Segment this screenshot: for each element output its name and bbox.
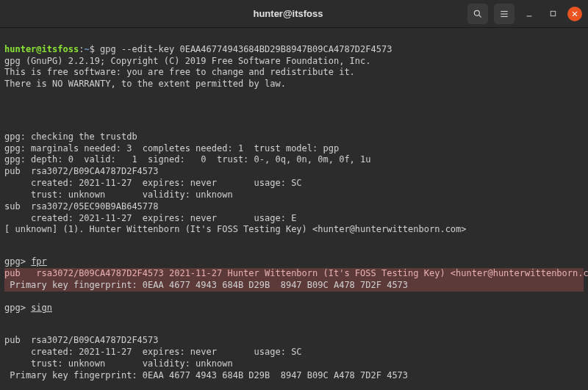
output-line: gpg (GnuPG) 2.2.19; Copyright (C) 2019 F… [4, 56, 371, 66]
menu-button[interactable] [494, 4, 514, 24]
highlighted-pub-line: pub rsa3072/B09CA4787D2F4573 2021-11-27 … [4, 268, 584, 280]
output-line: gpg: marginals needed: 3 completes neede… [4, 143, 339, 154]
output-line: gpg: checking the trustdb [4, 131, 137, 142]
output-line: gpg: depth: 0 valid: 1 signed: 0 trust: … [4, 154, 371, 165]
terminal-content[interactable]: hunter@itsfoss:~$ gpg --edit-key 0EAA467… [0, 28, 588, 390]
output-line: sub rsa3072/05EC90B9AB645778 [4, 201, 159, 212]
output-line: created: 2021-11-27 expires: never usage… [4, 347, 312, 357]
maximize-button[interactable] [544, 5, 562, 23]
highlighted-fingerprint-line: Primary key fingerprint: 0EAA 4677 4943 … [4, 280, 584, 292]
output-line: Primary key fingerprint: 0EAA 4677 4943 … [4, 370, 408, 380]
output-line: created: 2021-11-27 expires: never usage… [4, 178, 312, 188]
gpg-prompt-sign: gpg> sign [4, 303, 52, 313]
svg-rect-6 [551, 11, 555, 15]
output-line: [ unknown] (1). Hunter Wittenborn (It's … [4, 224, 467, 234]
gpg-prompt-label: gpg> [4, 256, 31, 267]
output-line: This is free software: you are free to c… [4, 67, 355, 77]
window-title: hunter@itsfoss [6, 8, 467, 19]
titlebar: hunter@itsfoss [0, 0, 588, 28]
svg-point-0 [474, 10, 479, 15]
gpg-prompt-fpr: gpg> fpr [4, 256, 47, 267]
command-edit-key: gpg --edit-key 0EAA46774943684BD29B8947B… [100, 44, 392, 54]
prompt-dollar: $ [90, 44, 100, 54]
close-button[interactable] [567, 7, 582, 21]
output-line: created: 2021-11-27 expires: never usage… [4, 213, 312, 223]
search-button[interactable] [467, 4, 488, 24]
prompt-userhost: hunter@itsfoss [4, 44, 79, 54]
gpg-prompt-label: gpg> [4, 303, 31, 313]
command-sign: sign [31, 303, 52, 313]
output-line: There is NO WARRANTY, to the extent perm… [4, 79, 286, 89]
output-line: trust: unknown validity: unknown [4, 189, 233, 200]
command-fpr: fpr [31, 256, 47, 267]
minimize-button[interactable] [520, 5, 538, 23]
svg-line-1 [478, 15, 481, 17]
titlebar-buttons [467, 4, 582, 24]
prompt-path: ~ [84, 44, 89, 54]
output-line: pub rsa3072/B09CA4787D2F4573 [4, 166, 159, 176]
output-line: pub rsa3072/B09CA4787D2F4573 [4, 335, 159, 345]
output-line: trust: unknown validity: unknown [4, 358, 233, 369]
prompt-line-1: hunter@itsfoss:~$ gpg --edit-key 0EAA467… [4, 44, 392, 54]
